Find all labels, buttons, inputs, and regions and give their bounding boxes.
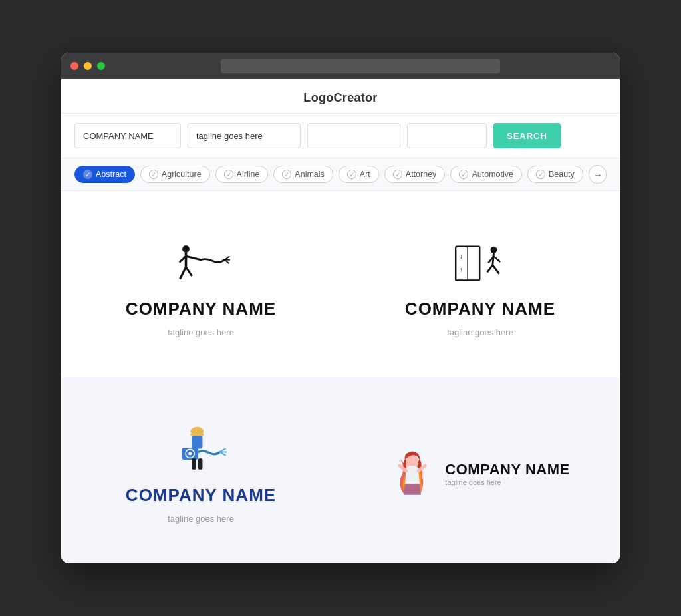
logo1-company-name: COMPANY NAME: [126, 299, 276, 319]
svg-rect-20: [190, 434, 204, 436]
filter-label-airline: Airline: [237, 170, 260, 179]
logo4-inline: COMPANY NAME tagline goes here: [390, 447, 569, 500]
app-header: LogoCreator: [61, 79, 620, 114]
svg-rect-26: [198, 458, 203, 469]
filter-agriculture[interactable]: ✓ Agriculture: [140, 166, 210, 183]
svg-line-4: [186, 256, 202, 259]
svg-line-15: [493, 265, 499, 274]
minimize-dot[interactable]: [84, 62, 92, 70]
check-icon-airline: ✓: [224, 170, 233, 179]
logo4-text-block: COMPANY NAME tagline goes here: [445, 461, 569, 486]
svg-line-2: [180, 267, 186, 279]
filter-label-attorney: Attorney: [406, 170, 437, 179]
url-bar[interactable]: [221, 59, 500, 73]
logo-card-2[interactable]: ↓ ↑: [340, 191, 620, 377]
logo4-company-name: COMPANY NAME: [445, 461, 569, 478]
svg-text:↑: ↑: [460, 266, 463, 273]
extra-input-2[interactable]: [407, 123, 487, 148]
filter-label-animals: Animals: [295, 170, 324, 179]
check-icon-automotive: ✓: [459, 170, 468, 179]
filter-animals[interactable]: ✓ Animals: [273, 166, 333, 183]
filter-abstract[interactable]: ✓ Abstract: [74, 166, 135, 183]
svg-line-16: [487, 265, 493, 273]
maximize-dot[interactable]: [97, 62, 105, 70]
titlebar: [61, 53, 620, 79]
filter-label-art: Art: [360, 170, 370, 179]
filter-label-agriculture: Agriculture: [162, 170, 202, 179]
logo4-tagline: tagline goes here: [445, 478, 569, 486]
company-name-input[interactable]: [74, 123, 181, 148]
check-icon-agriculture: ✓: [149, 170, 158, 179]
logo-grid: COMPANY NAME tagline goes here ↓ ↑: [61, 191, 620, 563]
filter-automotive[interactable]: ✓ Automotive: [450, 166, 522, 183]
filter-art[interactable]: ✓ Art: [339, 166, 379, 183]
check-icon-art: ✓: [347, 170, 356, 179]
svg-rect-21: [192, 436, 202, 449]
logo2-company-name: COMPANY NAME: [405, 299, 555, 319]
check-icon-animals: ✓: [282, 170, 291, 179]
check-icon-beauty: ✓: [536, 170, 545, 179]
filter-bar: ✓ Abstract ✓ Agriculture ✓ Airline ✓ Ani…: [61, 158, 620, 191]
logo-card-4[interactable]: COMPANY NAME tagline goes here: [340, 377, 620, 563]
logo-icon-3: [171, 424, 231, 477]
app-title: LogoCreator: [303, 91, 377, 104]
filter-beauty[interactable]: ✓ Beauty: [527, 166, 583, 183]
svg-point-13: [491, 247, 497, 253]
filter-label-automotive: Automotive: [472, 170, 513, 179]
logo-icon-1: [171, 237, 231, 291]
app-content: LogoCreator SEARCH ✓ Abstract ✓ Agricult…: [61, 79, 620, 563]
logo1-tagline: tagline goes here: [168, 327, 234, 337]
filter-attorney[interactable]: ✓ Attorney: [384, 166, 446, 183]
svg-line-3: [186, 267, 192, 277]
logo-icon-4: [390, 447, 437, 500]
check-icon-attorney: ✓: [393, 170, 402, 179]
logo3-tagline: tagline goes here: [168, 514, 234, 524]
close-dot[interactable]: [70, 62, 78, 70]
logo-icon-2: ↓ ↑: [450, 237, 510, 291]
logo3-company-name: COMPANY NAME: [126, 485, 276, 506]
search-bar: SEARCH: [61, 114, 620, 158]
svg-line-17: [493, 257, 500, 262]
logo2-tagline: tagline goes here: [447, 327, 513, 337]
filter-airline[interactable]: ✓ Airline: [215, 166, 269, 183]
check-icon-abstract: ✓: [83, 170, 92, 179]
svg-rect-25: [192, 458, 196, 469]
svg-point-24: [188, 452, 192, 455]
extra-input-1[interactable]: [307, 123, 400, 148]
svg-line-14: [493, 253, 494, 265]
logo-card-3[interactable]: COMPANY NAME tagline goes here: [61, 377, 340, 563]
app-window: LogoCreator SEARCH ✓ Abstract ✓ Agricult…: [61, 53, 620, 563]
tagline-input[interactable]: [188, 123, 301, 148]
logo-card-1[interactable]: COMPANY NAME tagline goes here: [61, 191, 340, 377]
svg-text:↓: ↓: [460, 253, 463, 260]
filter-label-abstract: Abstract: [96, 170, 126, 179]
search-button[interactable]: SEARCH: [493, 123, 561, 148]
filter-next-button[interactable]: →: [589, 165, 607, 184]
filter-label-beauty: Beauty: [549, 170, 575, 179]
svg-point-0: [182, 245, 190, 253]
